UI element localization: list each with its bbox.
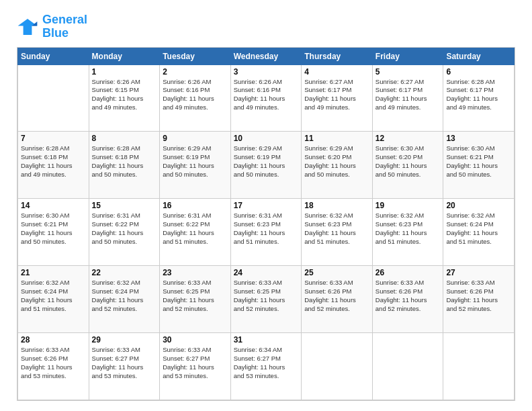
day-info: Sunrise: 6:34 AM Sunset: 6:27 PM Dayligh…: [234, 346, 299, 380]
day-number: 4: [304, 67, 369, 77]
day-cell: 29Sunrise: 6:33 AM Sunset: 6:27 PM Dayli…: [89, 333, 160, 400]
day-info: Sunrise: 6:33 AM Sunset: 6:26 PM Dayligh…: [304, 279, 369, 313]
day-cell: 2Sunrise: 6:26 AM Sunset: 6:16 PM Daylig…: [160, 64, 231, 132]
day-number: 7: [21, 134, 86, 143]
day-number: 31: [234, 335, 299, 345]
day-number: 26: [375, 268, 441, 277]
day-number: 2: [163, 67, 228, 77]
day-cell: 26Sunrise: 6:33 AM Sunset: 6:26 PM Dayli…: [372, 266, 443, 333]
day-cell: 22Sunrise: 6:32 AM Sunset: 6:24 PM Dayli…: [89, 266, 160, 333]
day-cell: 30Sunrise: 6:33 AM Sunset: 6:27 PM Dayli…: [160, 333, 231, 400]
day-of-week-header: Thursday: [302, 48, 373, 64]
day-cell: 4Sunrise: 6:27 AM Sunset: 6:17 PM Daylig…: [302, 64, 373, 132]
day-cell: 13Sunrise: 6:30 AM Sunset: 6:21 PM Dayli…: [443, 132, 515, 199]
day-number: 6: [446, 67, 511, 77]
logo: General Blue: [17, 13, 87, 40]
day-cell: 19Sunrise: 6:32 AM Sunset: 6:23 PM Dayli…: [372, 199, 443, 266]
day-info: Sunrise: 6:32 AM Sunset: 6:24 PM Dayligh…: [21, 279, 86, 313]
day-number: 21: [21, 268, 86, 277]
day-cell: 24Sunrise: 6:33 AM Sunset: 6:25 PM Dayli…: [230, 266, 302, 333]
day-cell: 18Sunrise: 6:32 AM Sunset: 6:23 PM Dayli…: [302, 199, 373, 266]
day-number: 11: [304, 134, 369, 143]
day-info: Sunrise: 6:30 AM Sunset: 6:21 PM Dayligh…: [446, 144, 511, 179]
day-info: Sunrise: 6:26 AM Sunset: 6:16 PM Dayligh…: [163, 78, 228, 112]
day-info: Sunrise: 6:32 AM Sunset: 6:24 PM Dayligh…: [446, 212, 511, 246]
day-info: Sunrise: 6:27 AM Sunset: 6:17 PM Dayligh…: [375, 78, 441, 112]
day-number: 24: [234, 268, 299, 277]
day-cell: 25Sunrise: 6:33 AM Sunset: 6:26 PM Dayli…: [302, 266, 373, 333]
day-info: Sunrise: 6:31 AM Sunset: 6:22 PM Dayligh…: [92, 212, 157, 246]
day-cell: 20Sunrise: 6:32 AM Sunset: 6:24 PM Dayli…: [443, 199, 515, 266]
day-of-week-header: Saturday: [443, 48, 515, 64]
svg-marker-0: [18, 19, 38, 35]
day-info: Sunrise: 6:31 AM Sunset: 6:23 PM Dayligh…: [234, 212, 299, 246]
day-cell: 6Sunrise: 6:28 AM Sunset: 6:17 PM Daylig…: [443, 64, 515, 132]
day-number: 14: [21, 201, 86, 210]
day-number: 13: [446, 134, 511, 143]
day-number: 30: [163, 335, 228, 345]
day-number: 10: [234, 134, 299, 143]
day-info: Sunrise: 6:29 AM Sunset: 6:19 PM Dayligh…: [234, 144, 299, 179]
day-cell: 21Sunrise: 6:32 AM Sunset: 6:24 PM Dayli…: [18, 266, 89, 333]
day-info: Sunrise: 6:27 AM Sunset: 6:17 PM Dayligh…: [304, 78, 369, 112]
day-info: Sunrise: 6:28 AM Sunset: 6:18 PM Dayligh…: [92, 144, 157, 179]
day-info: Sunrise: 6:28 AM Sunset: 6:18 PM Dayligh…: [21, 144, 86, 179]
day-cell: 17Sunrise: 6:31 AM Sunset: 6:23 PM Dayli…: [230, 199, 302, 266]
day-cell: 3Sunrise: 6:26 AM Sunset: 6:16 PM Daylig…: [230, 64, 302, 132]
day-cell: 14Sunrise: 6:30 AM Sunset: 6:21 PM Dayli…: [18, 199, 89, 266]
day-of-week-header: Sunday: [18, 48, 89, 64]
day-cell: [443, 333, 515, 400]
day-info: Sunrise: 6:33 AM Sunset: 6:26 PM Dayligh…: [21, 346, 86, 380]
day-cell: [372, 333, 443, 400]
day-number: 17: [234, 201, 299, 210]
day-cell: 1Sunrise: 6:26 AM Sunset: 6:15 PM Daylig…: [89, 64, 160, 132]
day-number: 5: [375, 67, 441, 77]
day-number: 9: [163, 134, 228, 143]
day-cell: 31Sunrise: 6:34 AM Sunset: 6:27 PM Dayli…: [230, 333, 302, 400]
day-number: 27: [446, 268, 511, 277]
day-number: 23: [163, 268, 228, 277]
day-number: 12: [375, 134, 441, 143]
day-of-week-header: Tuesday: [160, 48, 231, 64]
day-info: Sunrise: 6:30 AM Sunset: 6:20 PM Dayligh…: [375, 144, 441, 179]
day-info: Sunrise: 6:32 AM Sunset: 6:23 PM Dayligh…: [375, 212, 441, 246]
day-cell: 5Sunrise: 6:27 AM Sunset: 6:17 PM Daylig…: [372, 64, 443, 132]
day-info: Sunrise: 6:26 AM Sunset: 6:15 PM Dayligh…: [92, 78, 157, 112]
day-number: 15: [92, 201, 157, 210]
day-info: Sunrise: 6:33 AM Sunset: 6:27 PM Dayligh…: [163, 346, 228, 380]
day-cell: 28Sunrise: 6:33 AM Sunset: 6:26 PM Dayli…: [18, 333, 89, 400]
day-info: Sunrise: 6:32 AM Sunset: 6:24 PM Dayligh…: [92, 279, 157, 313]
day-cell: 8Sunrise: 6:28 AM Sunset: 6:18 PM Daylig…: [89, 132, 160, 199]
logo-text: General Blue: [42, 13, 87, 40]
day-number: 29: [92, 335, 157, 345]
day-info: Sunrise: 6:33 AM Sunset: 6:26 PM Dayligh…: [375, 279, 441, 313]
day-number: 28: [21, 335, 86, 345]
day-info: Sunrise: 6:33 AM Sunset: 6:25 PM Dayligh…: [163, 279, 228, 313]
day-number: 22: [92, 268, 157, 277]
day-cell: 9Sunrise: 6:29 AM Sunset: 6:19 PM Daylig…: [160, 132, 231, 199]
logo-icon: [17, 16, 38, 38]
header: General Blue: [17, 13, 515, 40]
day-cell: 15Sunrise: 6:31 AM Sunset: 6:22 PM Dayli…: [89, 199, 160, 266]
day-number: 16: [163, 201, 228, 210]
day-number: 3: [234, 67, 299, 77]
day-info: Sunrise: 6:26 AM Sunset: 6:16 PM Dayligh…: [234, 78, 299, 112]
calendar: SundayMondayTuesdayWednesdayThursdayFrid…: [17, 47, 515, 401]
day-number: 25: [304, 268, 369, 277]
day-info: Sunrise: 6:29 AM Sunset: 6:19 PM Dayligh…: [163, 144, 228, 179]
day-info: Sunrise: 6:30 AM Sunset: 6:21 PM Dayligh…: [21, 212, 86, 246]
day-info: Sunrise: 6:28 AM Sunset: 6:17 PM Dayligh…: [446, 78, 511, 112]
day-number: 1: [92, 67, 157, 77]
day-info: Sunrise: 6:33 AM Sunset: 6:26 PM Dayligh…: [446, 279, 511, 313]
day-info: Sunrise: 6:33 AM Sunset: 6:27 PM Dayligh…: [92, 346, 157, 380]
day-cell: 23Sunrise: 6:33 AM Sunset: 6:25 PM Dayli…: [160, 266, 231, 333]
day-number: 8: [92, 134, 157, 143]
day-cell: 11Sunrise: 6:29 AM Sunset: 6:20 PM Dayli…: [302, 132, 373, 199]
day-cell: [302, 333, 373, 400]
day-info: Sunrise: 6:31 AM Sunset: 6:22 PM Dayligh…: [163, 212, 228, 246]
day-cell: 12Sunrise: 6:30 AM Sunset: 6:20 PM Dayli…: [372, 132, 443, 199]
day-number: 19: [375, 201, 441, 210]
day-of-week-header: Friday: [372, 48, 443, 64]
day-info: Sunrise: 6:32 AM Sunset: 6:23 PM Dayligh…: [304, 212, 369, 246]
day-cell: 7Sunrise: 6:28 AM Sunset: 6:18 PM Daylig…: [18, 132, 89, 199]
